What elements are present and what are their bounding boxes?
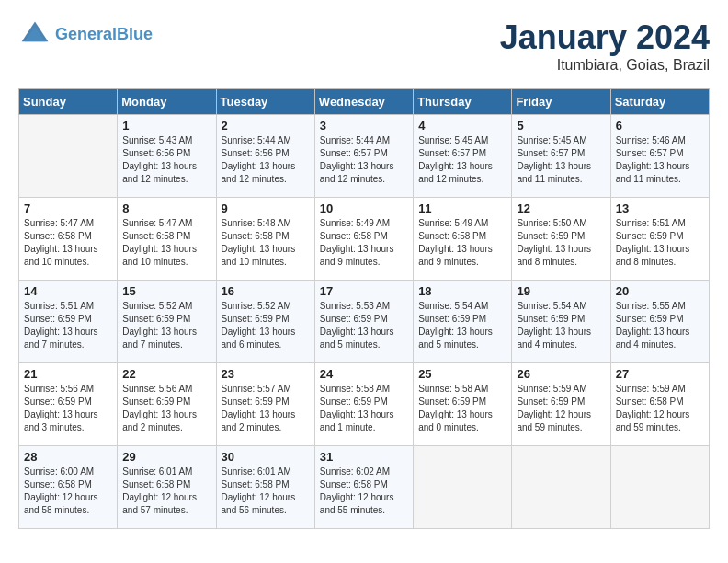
day-info: Sunrise: 6:02 AM Sunset: 6:58 PM Dayligh… [320, 465, 408, 517]
calendar-week-1: 1 Sunrise: 5:43 AM Sunset: 6:56 PM Dayli… [19, 115, 710, 198]
day-info: Sunrise: 6:01 AM Sunset: 6:58 PM Dayligh… [122, 465, 210, 517]
day-info: Sunrise: 5:54 AM Sunset: 6:59 PM Dayligh… [418, 300, 506, 351]
calendar-cell [414, 446, 512, 529]
title-block: January 2024 Itumbiara, Goias, Brazil [500, 18, 710, 74]
calendar-cell: 22 Sunrise: 5:56 AM Sunset: 6:59 PM Dayl… [118, 363, 216, 446]
calendar-cell: 25 Sunrise: 5:58 AM Sunset: 6:59 PM Dayl… [414, 363, 512, 446]
day-number: 19 [517, 284, 605, 298]
day-info: Sunrise: 5:50 AM Sunset: 6:59 PM Dayligh… [517, 217, 605, 269]
calendar-cell: 4 Sunrise: 5:45 AM Sunset: 6:57 PM Dayli… [414, 115, 512, 198]
day-info: Sunrise: 5:44 AM Sunset: 6:56 PM Dayligh… [222, 134, 310, 186]
day-number: 31 [320, 450, 408, 464]
day-number: 17 [320, 284, 408, 298]
day-info: Sunrise: 5:51 AM Sunset: 6:59 PM Dayligh… [24, 300, 112, 351]
day-info: Sunrise: 5:59 AM Sunset: 6:59 PM Dayligh… [517, 383, 605, 434]
calendar-cell: 30 Sunrise: 6:01 AM Sunset: 6:58 PM Dayl… [216, 446, 314, 529]
day-number: 23 [222, 367, 310, 381]
day-number: 10 [320, 201, 408, 215]
day-number: 13 [616, 201, 704, 215]
day-info: Sunrise: 5:43 AM Sunset: 6:56 PM Dayligh… [122, 134, 210, 186]
day-info: Sunrise: 5:52 AM Sunset: 6:59 PM Dayligh… [122, 300, 210, 351]
day-number: 24 [320, 367, 408, 381]
calendar-cell: 20 Sunrise: 5:55 AM Sunset: 6:59 PM Dayl… [610, 281, 709, 363]
calendar-cell: 13 Sunrise: 5:51 AM Sunset: 6:59 PM Dayl… [610, 198, 709, 281]
day-number: 9 [222, 201, 310, 215]
calendar-week-4: 21 Sunrise: 5:56 AM Sunset: 6:59 PM Dayl… [19, 363, 710, 446]
calendar-cell [19, 115, 118, 198]
column-header-wednesday: Wednesday [314, 89, 413, 115]
day-info: Sunrise: 5:56 AM Sunset: 6:59 PM Dayligh… [24, 383, 112, 434]
column-header-tuesday: Tuesday [216, 89, 314, 115]
column-header-monday: Monday [118, 89, 216, 115]
calendar-cell: 10 Sunrise: 5:49 AM Sunset: 6:58 PM Dayl… [314, 198, 413, 281]
calendar-cell: 16 Sunrise: 5:52 AM Sunset: 6:59 PM Dayl… [216, 281, 314, 363]
day-info: Sunrise: 5:55 AM Sunset: 6:59 PM Dayligh… [616, 300, 704, 351]
day-info: Sunrise: 5:58 AM Sunset: 6:59 PM Dayligh… [418, 383, 506, 434]
day-info: Sunrise: 5:47 AM Sunset: 6:58 PM Dayligh… [122, 217, 210, 269]
day-number: 15 [122, 284, 210, 298]
calendar-cell: 14 Sunrise: 5:51 AM Sunset: 6:59 PM Dayl… [19, 281, 118, 363]
calendar-cell: 5 Sunrise: 5:45 AM Sunset: 6:57 PM Dayli… [512, 115, 610, 198]
day-number: 30 [222, 450, 310, 464]
day-info: Sunrise: 5:49 AM Sunset: 6:58 PM Dayligh… [418, 217, 506, 269]
calendar-cell: 18 Sunrise: 5:54 AM Sunset: 6:59 PM Dayl… [414, 281, 512, 363]
column-header-saturday: Saturday [610, 89, 709, 115]
day-info: Sunrise: 5:44 AM Sunset: 6:57 PM Dayligh… [320, 134, 408, 186]
day-number: 27 [616, 367, 704, 381]
day-number: 29 [122, 450, 210, 464]
day-info: Sunrise: 5:52 AM Sunset: 6:59 PM Dayligh… [222, 300, 310, 351]
day-number: 16 [222, 284, 310, 298]
day-info: Sunrise: 5:51 AM Sunset: 6:59 PM Dayligh… [616, 217, 704, 269]
logo-text: GeneralBlue [55, 26, 153, 44]
calendar-cell: 23 Sunrise: 5:57 AM Sunset: 6:59 PM Dayl… [216, 363, 314, 446]
day-number: 20 [616, 284, 704, 298]
day-info: Sunrise: 5:57 AM Sunset: 6:59 PM Dayligh… [222, 383, 310, 434]
calendar-table: SundayMondayTuesdayWednesdayThursdayFrid… [18, 88, 710, 529]
calendar-cell: 17 Sunrise: 5:53 AM Sunset: 6:59 PM Dayl… [314, 281, 413, 363]
day-info: Sunrise: 5:59 AM Sunset: 6:58 PM Dayligh… [616, 383, 704, 434]
calendar-week-3: 14 Sunrise: 5:51 AM Sunset: 6:59 PM Dayl… [19, 281, 710, 363]
day-number: 12 [517, 201, 605, 215]
logo: GeneralBlue [18, 18, 153, 52]
location: Itumbiara, Goias, Brazil [500, 57, 710, 74]
day-info: Sunrise: 5:47 AM Sunset: 6:58 PM Dayligh… [24, 217, 112, 269]
calendar-cell: 12 Sunrise: 5:50 AM Sunset: 6:59 PM Dayl… [512, 198, 610, 281]
day-info: Sunrise: 5:58 AM Sunset: 6:59 PM Dayligh… [320, 383, 408, 434]
calendar-cell: 11 Sunrise: 5:49 AM Sunset: 6:58 PM Dayl… [414, 198, 512, 281]
day-number: 7 [24, 201, 112, 215]
day-number: 25 [418, 367, 506, 381]
day-info: Sunrise: 5:56 AM Sunset: 6:59 PM Dayligh… [122, 383, 210, 434]
month-title: January 2024 [500, 18, 710, 57]
calendar-cell: 19 Sunrise: 5:54 AM Sunset: 6:59 PM Dayl… [512, 281, 610, 363]
calendar-cell: 9 Sunrise: 5:48 AM Sunset: 6:58 PM Dayli… [216, 198, 314, 281]
day-info: Sunrise: 5:49 AM Sunset: 6:58 PM Dayligh… [320, 217, 408, 269]
calendar-cell: 31 Sunrise: 6:02 AM Sunset: 6:58 PM Dayl… [314, 446, 413, 529]
calendar-cell [512, 446, 610, 529]
calendar-cell: 26 Sunrise: 5:59 AM Sunset: 6:59 PM Dayl… [512, 363, 610, 446]
day-number: 5 [517, 119, 605, 132]
day-number: 11 [418, 201, 506, 215]
day-info: Sunrise: 6:01 AM Sunset: 6:58 PM Dayligh… [222, 465, 310, 517]
day-info: Sunrise: 5:48 AM Sunset: 6:58 PM Dayligh… [222, 217, 310, 269]
day-number: 22 [122, 367, 210, 381]
calendar-cell: 1 Sunrise: 5:43 AM Sunset: 6:56 PM Dayli… [118, 115, 216, 198]
calendar-cell: 6 Sunrise: 5:46 AM Sunset: 6:57 PM Dayli… [610, 115, 709, 198]
day-number: 18 [418, 284, 506, 298]
calendar-cell: 27 Sunrise: 5:59 AM Sunset: 6:58 PM Dayl… [610, 363, 709, 446]
day-number: 26 [517, 367, 605, 381]
calendar-week-2: 7 Sunrise: 5:47 AM Sunset: 6:58 PM Dayli… [19, 198, 710, 281]
day-number: 6 [616, 119, 704, 132]
column-header-thursday: Thursday [414, 89, 512, 115]
calendar-week-5: 28 Sunrise: 6:00 AM Sunset: 6:58 PM Dayl… [19, 446, 710, 529]
calendar-cell: 2 Sunrise: 5:44 AM Sunset: 6:56 PM Dayli… [216, 115, 314, 198]
day-number: 8 [122, 201, 210, 215]
calendar-cell: 29 Sunrise: 6:01 AM Sunset: 6:58 PM Dayl… [118, 446, 216, 529]
column-header-friday: Friday [512, 89, 610, 115]
calendar-cell: 24 Sunrise: 5:58 AM Sunset: 6:59 PM Dayl… [314, 363, 413, 446]
day-number: 28 [24, 450, 112, 464]
header-row: SundayMondayTuesdayWednesdayThursdayFrid… [19, 89, 710, 115]
calendar-cell: 21 Sunrise: 5:56 AM Sunset: 6:59 PM Dayl… [19, 363, 118, 446]
day-number: 21 [24, 367, 112, 381]
day-number: 1 [122, 119, 210, 132]
column-header-sunday: Sunday [19, 89, 118, 115]
